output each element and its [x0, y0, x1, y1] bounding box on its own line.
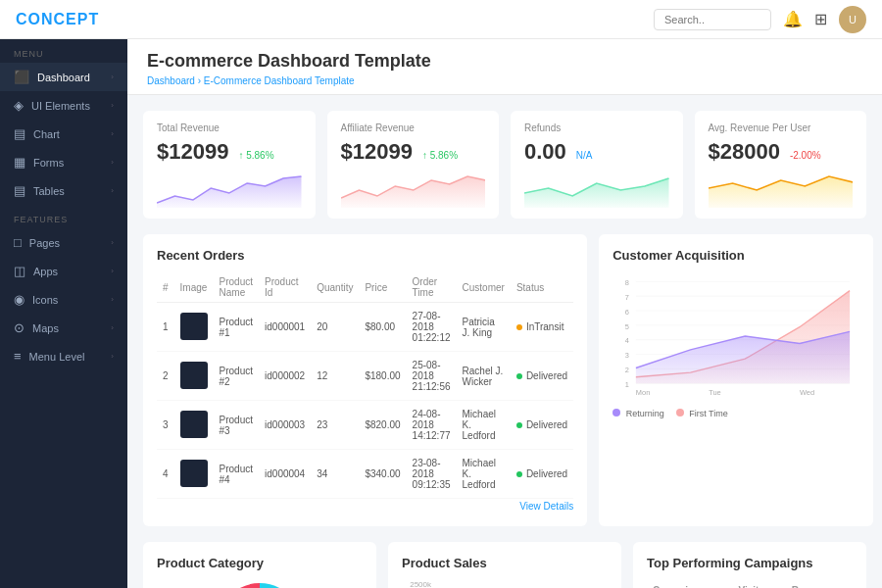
grid-icon[interactable]: ⊞ [814, 10, 827, 28]
bar-group-2 [468, 580, 490, 588]
customer-acquisition-card: Customer Acquisition 8 7 6 5 4 3 2 1 [599, 234, 873, 526]
ui-elements-icon: ◈ [14, 98, 24, 113]
sidebar-label-forms: Forms [33, 157, 64, 169]
stat-value-total-revenue: $12099 [157, 139, 228, 165]
sidebar-item-ui-elements[interactable]: ◈ UI Elements › [0, 91, 127, 120]
orders-title: Recent Orders [157, 248, 573, 263]
cell-qty: 34 [311, 450, 359, 499]
top-nav: CONCEPT 🔔 ⊞ U [0, 0, 882, 39]
features-label: FEATURES [0, 205, 127, 228]
campaigns-title: Top Performing Campaigns [647, 556, 853, 570]
chevron-right-icon: › [111, 238, 114, 247]
cell-image [174, 303, 214, 352]
col-image: Image [174, 272, 214, 303]
dashboard-icon: ⬛ [14, 70, 29, 84]
cell-product-id: id000004 [259, 450, 311, 499]
pages-icon: □ [14, 235, 22, 250]
sidebar-item-tables[interactable]: ▤ Tables › [0, 176, 127, 205]
orders-table-card: Recent Orders # Image Product Name Produ… [143, 234, 587, 526]
product-sales-chart: 2500k 2250k 2000k 1750k 1500k 1250k 1000… [402, 580, 608, 588]
col-status: Status [511, 272, 573, 303]
forms-icon: ▦ [14, 155, 25, 170]
col-quantity: Quantity [311, 272, 359, 303]
cell-customer: Michael K. Ledford [457, 401, 511, 450]
customer-acquisition-chart: 8 7 6 5 4 3 2 1 [612, 272, 859, 400]
sidebar-item-maps[interactable]: ⊙ Maps › [0, 314, 127, 342]
sidebar-item-pages[interactable]: □ Pages › [0, 228, 127, 257]
donut-chart [157, 580, 363, 588]
sidebar-label-menu-level: Menu Level [29, 351, 85, 363]
cell-num: 2 [157, 352, 174, 401]
sidebar-item-forms[interactable]: ▦ Forms › [0, 148, 127, 176]
apps-icon: ◫ [14, 264, 25, 278]
stat-label-affiliate-revenue: Affiliate Revenue [341, 122, 486, 133]
chevron-right-icon: › [111, 352, 114, 361]
customer-acquisition-title: Customer Acquisition [612, 248, 859, 263]
sidebar-label-maps: Maps [32, 322, 59, 334]
stat-card-avg-revenue: Avg. Revenue Per User $28000 -2.00% [695, 111, 867, 219]
chevron-right-icon: › [111, 267, 114, 275]
search-input[interactable] [654, 9, 771, 30]
breadcrumb-current: E-Commerce Dashboard Template [204, 75, 355, 86]
product-sales-title: Product Sales [402, 556, 608, 570]
campaigns-table: Campaign Visits Revenue Campaign#1 98,78… [647, 580, 853, 588]
chart-icon: ▤ [14, 126, 25, 141]
legend-first-time: First Time [676, 409, 728, 418]
product-category-title: Product Category [157, 556, 363, 570]
sidebar-label-tables: Tables [33, 185, 65, 197]
cell-price: $340.00 [359, 450, 406, 499]
cell-qty: 12 [311, 352, 359, 401]
page-title: E-commerce Dashboard Template [147, 51, 862, 72]
col-campaign: Campaign [647, 580, 732, 588]
stat-change-refunds: N/A [576, 150, 593, 161]
stat-change-total-revenue: ↑ 5.86% [238, 150, 273, 161]
sidebar-item-icons[interactable]: ◉ Icons › [0, 285, 127, 314]
tables-icon: ▤ [14, 183, 25, 198]
chart-legend: Returning First Time [612, 409, 859, 418]
mini-chart-refunds [524, 169, 669, 208]
svg-text:5: 5 [625, 322, 629, 331]
bar-group-3 [498, 580, 519, 588]
sidebar-label-dashboard: Dashboard [37, 72, 90, 83]
cell-time: 23-08-2018 09:12:35 [407, 450, 457, 499]
stat-change-avg-revenue: -2.00% [790, 150, 821, 161]
col-product-name: Product Name [214, 272, 259, 303]
cell-customer: Michael K. Ledford [457, 450, 511, 499]
main-content: E-commerce Dashboard Template Dashboard … [127, 39, 882, 588]
sidebar-item-chart[interactable]: ▤ Chart › [0, 120, 127, 148]
cell-price: $820.00 [359, 401, 406, 450]
maps-icon: ⊙ [14, 320, 24, 335]
col-revenue: Revenue [786, 580, 853, 588]
col-visits: Visits [732, 580, 785, 588]
nav-right: 🔔 ⊞ U [654, 6, 866, 33]
sidebar-label-pages: Pages [29, 237, 60, 249]
breadcrumb-home: Dashboard [147, 75, 195, 86]
chevron-right-icon: › [111, 73, 114, 81]
cell-product-name: Product #4 [214, 450, 259, 499]
avatar[interactable]: U [839, 6, 866, 33]
breadcrumb: Dashboard › E-Commerce Dashboard Templat… [147, 75, 862, 86]
col-price: Price [359, 272, 406, 303]
cell-status: Delivered [511, 352, 573, 401]
table-row: 2 Product #2 id000002 12 $180.00 25-08-2… [157, 352, 573, 401]
cell-product-name: Product #1 [214, 303, 259, 352]
sidebar: MENU ⬛ Dashboard › ◈ UI Elements › ▤ Cha… [0, 39, 127, 588]
chevron-right-icon: › [111, 158, 114, 167]
menu-label: MENU [0, 39, 127, 63]
bar-group-5 [557, 580, 578, 588]
table-header-row: # Image Product Name Product Id Quantity… [157, 272, 573, 303]
view-details-link[interactable]: View Details [519, 501, 573, 512]
sidebar-item-apps[interactable]: ◫ Apps › [0, 257, 127, 285]
content-row: Recent Orders # Image Product Name Produ… [143, 234, 866, 526]
svg-text:4: 4 [625, 336, 629, 345]
cell-customer: Rachel J. Wicker [457, 352, 511, 401]
table-row: 1 Product #1 id000001 20 $80.00 27-08-20… [157, 303, 573, 352]
cell-status: InTransit [511, 303, 573, 352]
bell-icon[interactable]: 🔔 [783, 10, 803, 28]
sidebar-item-dashboard[interactable]: ⬛ Dashboard › [0, 63, 127, 91]
sidebar-item-menu-level[interactable]: ≡ Menu Level › [0, 342, 127, 370]
cell-image [174, 450, 214, 499]
cell-num: 1 [157, 303, 174, 352]
stat-value-avg-revenue: $28000 [709, 139, 780, 165]
cell-num: 4 [157, 450, 174, 499]
